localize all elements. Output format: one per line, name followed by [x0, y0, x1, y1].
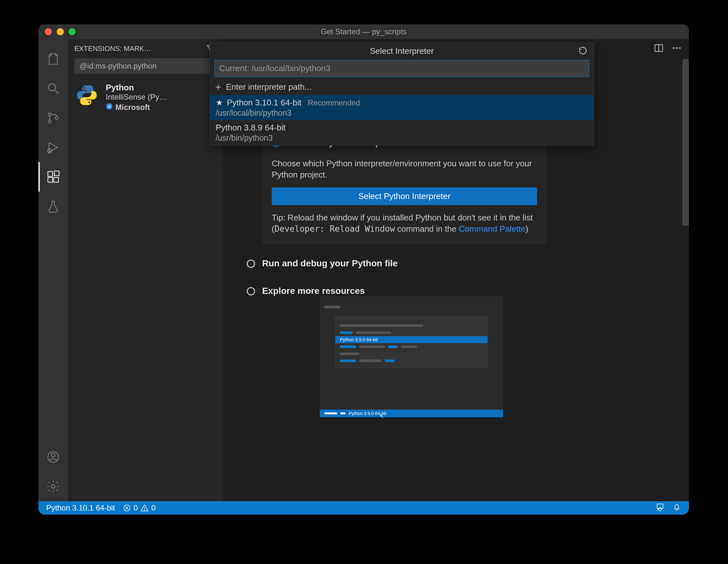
interpreter-option[interactable]: Python 3.8.9 64-bit/usr/bin/python3 [210, 120, 594, 145]
status-interpreter-text: Python 3.10.1 64-bit [46, 503, 115, 512]
svg-line-1 [55, 90, 59, 94]
interpreter-option[interactable]: ★Python 3.10.1 64-bitRecommended/usr/loc… [210, 95, 594, 120]
preview-statusbar: Python 3.9.0 64-bit ↖ [320, 410, 503, 417]
preview-highlight-row: Python 3.9.0 64-bit [335, 336, 487, 343]
interpreter-path: /usr/local/bin/python3 [216, 108, 588, 118]
quickinput-title: Select Interpreter [210, 43, 594, 58]
step-title: Run and debug your Python file [262, 258, 398, 269]
step-title: Explore more resources [262, 286, 365, 296]
svg-point-11 [52, 453, 55, 457]
python-extension-icon [74, 83, 99, 108]
svg-point-17 [679, 47, 681, 49]
svg-rect-8 [54, 178, 59, 182]
command-palette-link[interactable]: Command Palette [459, 224, 525, 234]
maximize-window-button[interactable] [69, 28, 76, 35]
extension-list-item[interactable]: Python IntelliSense (Py… Microsoft [68, 78, 222, 116]
extension-desc: IntelliSense (Py… [106, 93, 167, 102]
walkthrough-preview-image: Python 3.9.0 64-bit Python 3.9.0 64-bit … [320, 296, 503, 417]
more-actions-icon[interactable] [672, 43, 682, 54]
quickinput-title-text: Select Interpreter [370, 46, 434, 56]
refresh-icon[interactable] [578, 46, 587, 57]
enter-path-label: Enter interpreter path... [226, 82, 311, 92]
enter-interpreter-path-item[interactable]: Enter interpreter path... [210, 79, 594, 95]
recommended-badge: Recommended [308, 98, 360, 107]
extensions-sidebar: EXTENSIONS: MARK… @id:ms-python.python P… [68, 39, 222, 501]
activity-bar [38, 39, 68, 501]
svg-point-4 [55, 116, 58, 119]
step-select-interpreter: Select a Python Interpreter Choose which… [262, 129, 547, 244]
svg-point-24 [144, 510, 145, 510]
extension-publisher: Microsoft [106, 103, 167, 112]
explorer-icon[interactable] [38, 44, 68, 74]
notifications-bell-icon[interactable] [672, 502, 681, 513]
sidebar-header: EXTENSIONS: MARK… [68, 39, 222, 58]
svg-point-2 [48, 113, 51, 116]
status-interpreter[interactable]: Python 3.10.1 64-bit [46, 503, 115, 512]
minimize-window-button[interactable] [57, 28, 64, 35]
status-problems[interactable]: 0 0 [123, 503, 156, 512]
cursor-pointer-icon: ↖ [379, 413, 384, 420]
step-run-debug[interactable]: Run and debug your Python file [247, 258, 665, 269]
split-editor-icon[interactable] [654, 43, 664, 54]
extension-meta: Python IntelliSense (Py… Microsoft [106, 83, 167, 112]
svg-point-15 [673, 47, 674, 49]
errors-count: 0 [134, 503, 138, 512]
extensions-icon[interactable] [38, 162, 68, 192]
vscode-window: Get Started — py_scripts [38, 24, 689, 515]
quickinput-textbox[interactable]: Current: /usr/local/bin/python3 [214, 60, 589, 77]
star-icon: ★ [216, 98, 223, 108]
svg-rect-6 [48, 172, 53, 177]
extensions-search-input[interactable]: @id:ms-python.python [74, 58, 216, 74]
step-description: Choose which Python interpreter/environm… [272, 158, 537, 180]
close-window-button[interactable] [45, 28, 52, 35]
interpreter-label: Python 3.8.9 64-bit [216, 123, 285, 133]
traffic-lights [45, 28, 76, 35]
search-icon[interactable] [38, 74, 68, 103]
tip-text: ) [525, 224, 528, 234]
select-interpreter-button[interactable]: Select Python Interpreter [272, 187, 537, 205]
warnings-count: 0 [151, 503, 155, 512]
feedback-icon[interactable] [656, 502, 665, 513]
interpreter-path: /usr/bin/python3 [216, 133, 588, 143]
sidebar-title: EXTENSIONS: MARK… [74, 45, 203, 53]
tip-text: command in the [395, 224, 459, 234]
verified-badge-icon [106, 103, 113, 112]
svg-point-16 [676, 47, 678, 49]
select-interpreter-quickinput: Select Interpreter Current: /usr/local/b… [210, 43, 594, 145]
step-explore[interactable]: Explore more resources [247, 286, 665, 296]
accounts-icon[interactable] [38, 442, 68, 472]
svg-point-25 [658, 508, 661, 510]
quickinput-list: ★Python 3.10.1 64-bitRecommended/usr/loc… [210, 95, 594, 145]
editor-scrollbar[interactable] [683, 59, 689, 226]
svg-point-12 [52, 485, 55, 488]
extension-name: Python [106, 83, 167, 93]
step-tip: Tip: Reload the window if you installed … [272, 212, 537, 235]
svg-point-3 [48, 120, 51, 123]
settings-gear-icon[interactable] [38, 472, 68, 501]
source-control-icon[interactable] [38, 103, 68, 133]
window-title: Get Started — py_scripts [321, 27, 407, 36]
tip-code: Developer: Reload Window [275, 224, 395, 234]
svg-rect-9 [54, 171, 59, 176]
titlebar: Get Started — py_scripts [38, 24, 689, 39]
step-marker-empty-icon [247, 260, 255, 268]
interpreter-label: Python 3.10.1 64-bit [227, 98, 302, 108]
run-debug-icon[interactable] [38, 133, 68, 162]
status-bar: Python 3.10.1 64-bit 0 0 [38, 501, 689, 515]
step-marker-empty-icon [247, 287, 255, 295]
svg-rect-7 [48, 178, 53, 182]
svg-point-0 [48, 84, 55, 91]
testing-icon[interactable] [38, 192, 68, 221]
publisher-name: Microsoft [115, 103, 150, 112]
